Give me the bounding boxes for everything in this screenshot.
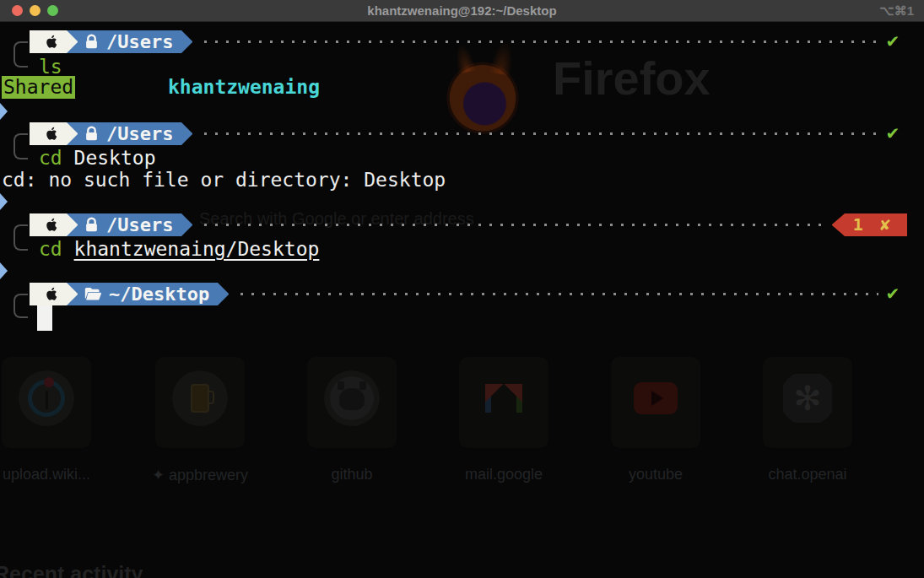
status-check-icon: ✔ [878, 283, 907, 305]
prompt-path-segment: /Users [78, 122, 181, 145]
command-arg: khantzwenaing/Desktop [74, 238, 320, 260]
prompt-dotted-fill [198, 122, 878, 145]
powerline-arrow [218, 283, 229, 305]
error-output: cd: no such file or directory: Desktop [2, 169, 446, 192]
command-line: cd Desktop [39, 147, 156, 170]
lock-icon [84, 126, 99, 142]
window-title: khantzwenaing@192:~/Desktop [0, 0, 924, 22]
window-titlebar[interactable]: khantzwenaing@192:~/Desktop ⌥⌘1 [0, 0, 924, 22]
command-line: cd khantzwenaing/Desktop [39, 238, 319, 261]
prompt-path: /Users [106, 123, 173, 144]
powerline-arrow [181, 213, 192, 236]
powerline-arrow [832, 213, 845, 236]
prompt-path-segment: ~/Desktop [78, 283, 218, 305]
prompt-path: /Users [106, 214, 173, 235]
prompt-path: ~/Desktop [109, 284, 209, 305]
shell-mark-icon [0, 103, 8, 120]
powerline-arrow [67, 30, 78, 53]
apple-icon [45, 285, 60, 303]
terminal-window: Firefox Search with Google or enter addr… [0, 0, 924, 578]
command-line: ls [39, 56, 62, 78]
error-x-icon: ✘ [880, 214, 894, 235]
powerline-arrow [181, 30, 192, 53]
prompt-dotted-fill [198, 213, 820, 236]
prompt-line: ~/Desktop ✔ [30, 283, 907, 305]
powerline-arrow [67, 283, 78, 305]
prompt-os-segment [30, 213, 67, 236]
lock-icon [84, 34, 99, 50]
prompt-line: /Users ✔ [30, 30, 907, 53]
apple-icon [45, 216, 60, 234]
status-check-icon: ✔ [878, 122, 907, 145]
status-check-icon: ✔ [878, 30, 907, 53]
prompt-line: /Users ✔ [30, 122, 907, 145]
prompt-bracket [14, 224, 28, 251]
ls-output-user-dir: khantzwenaing [168, 76, 320, 99]
prompt-os-segment [30, 122, 67, 145]
command: cd [39, 238, 62, 260]
prompt-line: /Users 1 ✘ [30, 213, 907, 236]
command-arg: Desktop [74, 147, 156, 169]
apple-icon [45, 125, 60, 143]
prompt-bracket [14, 133, 28, 159]
apple-icon [45, 33, 60, 51]
lock-icon [84, 217, 99, 233]
terminal-content[interactable]: /Users ✔ ls Shared khantzwenaing /Users … [0, 22, 924, 578]
folder-open-icon [84, 287, 101, 301]
command: cd [39, 147, 62, 169]
prompt-dotted-fill [198, 30, 878, 53]
prompt-dotted-fill [235, 283, 878, 305]
powerline-arrow [67, 213, 78, 236]
powerline-arrow [181, 122, 192, 145]
ls-output-shared: Shared [2, 76, 75, 99]
prompt-os-segment [30, 283, 67, 305]
terminal-cursor[interactable] [37, 305, 52, 331]
prompt-path-segment: /Users [78, 213, 181, 236]
prompt-bracket [14, 294, 28, 318]
error-count: 1 [853, 214, 867, 235]
command: ls [39, 56, 62, 78]
tab-shortcut-hint: ⌥⌘1 [879, 0, 914, 22]
error-status-badge: 1 ✘ [832, 213, 907, 236]
prompt-bracket [14, 41, 28, 68]
prompt-path-segment: /Users [78, 30, 181, 53]
shell-mark-icon [0, 193, 8, 210]
powerline-arrow [67, 122, 78, 145]
shell-mark-icon [0, 262, 8, 279]
prompt-os-segment [30, 30, 67, 53]
prompt-path: /Users [106, 31, 173, 52]
